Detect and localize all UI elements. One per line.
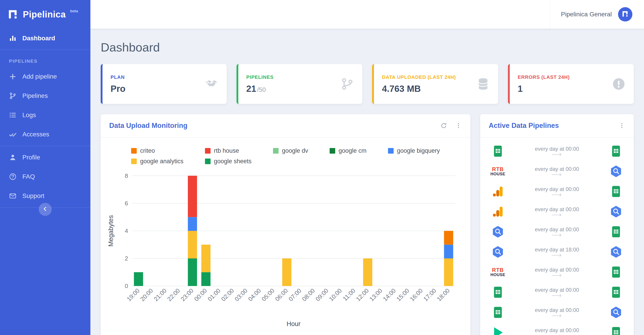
- arrow-right-icon: [551, 314, 563, 318]
- sidebar-item-pipelines[interactable]: Pipelines: [0, 86, 90, 106]
- pipeline-schedule-block: every day at 00:00: [506, 166, 608, 177]
- svg-text:23:00: 23:00: [180, 287, 195, 302]
- arrow-right-icon: [551, 334, 563, 335]
- legend-label: google analytics: [140, 158, 184, 165]
- pipeline-row[interactable]: every day at 00:00: [490, 302, 624, 322]
- legend-item-google-dv[interactable]: google dv: [273, 147, 308, 154]
- pipelines-card-title: Active Data Pipelines: [489, 122, 559, 130]
- legend-item-google-sheets[interactable]: google sheets: [205, 158, 252, 165]
- sidebar-item-label: FAQ: [22, 173, 35, 180]
- svg-text:02:00: 02:00: [220, 287, 235, 302]
- pipeline-schedule: every day at 00:00: [535, 327, 579, 333]
- sidebar-item-label: Pipelines: [22, 92, 48, 99]
- svg-text:09:00: 09:00: [314, 287, 330, 302]
- stats-row: PLAN Pro PIPELINES 21/50 DATA UPLOADED (…: [101, 64, 634, 104]
- user-icon: [9, 154, 16, 161]
- svg-text:08:00: 08:00: [301, 287, 316, 302]
- sidebar-item-add-pipeline[interactable]: Add pipeline: [0, 67, 90, 86]
- sidebar-item-label: Profile: [22, 154, 40, 161]
- google-sheets-icon: [608, 145, 624, 158]
- bigquery-icon: [608, 306, 624, 319]
- legend-swatch: [205, 148, 210, 154]
- account-avatar[interactable]: [618, 7, 632, 22]
- pipeline-schedule: every day at 00:00: [535, 206, 579, 212]
- pipeline-row[interactable]: every day at 00:00: [490, 282, 624, 302]
- stat-card-data-uploaded: DATA UPLOADED (LAST 24H) 4.763 MB: [372, 64, 498, 104]
- legend-item-criteo[interactable]: criteo: [131, 147, 184, 154]
- pipeline-schedule: every day at 18:00: [535, 246, 579, 253]
- sidebar-item-logs[interactable]: Logs: [0, 106, 90, 125]
- sidebar-nav: DashboardPIPELINESAdd pipelinePipelinesL…: [0, 29, 90, 208]
- svg-text:12:00: 12:00: [355, 287, 370, 302]
- svg-text:18:00: 18:00: [436, 287, 451, 302]
- pipeline-row[interactable]: every day at 00:00: [490, 322, 624, 335]
- sidebar-item-profile[interactable]: Profile: [0, 148, 90, 167]
- pipeline-row[interactable]: every day at 00:00: [490, 222, 624, 242]
- sidebar-item-dashboard[interactable]: Dashboard: [0, 29, 90, 48]
- legend-label: google dv: [282, 147, 308, 154]
- pipelines-card-actions: [618, 122, 625, 129]
- pipelinica-logo-icon: [7, 9, 19, 20]
- google-sheets-icon: [608, 326, 624, 335]
- sidebar-section-label: PIPELINES: [0, 52, 90, 67]
- stat-label: DATA UPLOADED (LAST 24H): [382, 74, 456, 80]
- pipeline-row[interactable]: RTBHOUSE every day at 00:00: [490, 262, 624, 282]
- mail-icon: [9, 192, 16, 200]
- svg-text:19:00: 19:00: [126, 287, 141, 302]
- page-content: Dashboard PLAN Pro PIPELINES 21/50 DATA …: [90, 29, 644, 335]
- pipeline-row[interactable]: every day at 18:00: [490, 242, 624, 262]
- legend-item-google-analytics[interactable]: google analytics: [131, 158, 184, 165]
- pipelinica-logo-icon: [622, 10, 629, 19]
- svg-text:6: 6: [125, 200, 128, 207]
- svg-text:14:00: 14:00: [382, 287, 397, 302]
- kebab-menu-icon[interactable]: [455, 122, 462, 129]
- google-sheets-icon: [608, 225, 624, 238]
- stat-label: ERRORS (LAST 24H): [518, 74, 570, 80]
- refresh-icon[interactable]: [440, 122, 447, 129]
- pipeline-row[interactable]: every day at 00:00: [490, 181, 624, 202]
- svg-text:0: 0: [125, 283, 128, 289]
- svg-text:15:00: 15:00: [395, 287, 410, 302]
- pipeline-schedule-block: every day at 18:00: [506, 246, 608, 257]
- legend-item-google-cm[interactable]: google cm: [330, 147, 366, 154]
- svg-text:04:00: 04:00: [247, 287, 262, 302]
- sidebar-item-faq[interactable]: FAQ: [0, 167, 90, 186]
- sidebar-collapse-button[interactable]: [39, 203, 52, 216]
- dashboard-icon: [9, 35, 16, 42]
- legend-item-rtb-house[interactable]: rtb house: [205, 147, 252, 154]
- legend-swatch: [131, 148, 137, 154]
- bigquery-icon: [608, 245, 624, 258]
- pipeline-schedule-block: every day at 00:00: [506, 267, 608, 277]
- svg-text:07:00: 07:00: [287, 287, 302, 302]
- rtb-house-icon: RTBHOUSE: [490, 267, 506, 277]
- account-menu[interactable]: Pipelinica General: [550, 0, 632, 29]
- google-analytics-icon: [490, 205, 506, 218]
- google-sheets-icon: [608, 286, 624, 299]
- kebab-menu-icon[interactable]: [618, 122, 625, 129]
- checks-icon: [9, 131, 16, 138]
- sidebar-item-accesses[interactable]: Accesses: [0, 125, 90, 144]
- legend-item-google-bigquery[interactable]: google bigquery: [388, 147, 440, 154]
- stat-value-suffix: /50: [257, 86, 266, 93]
- svg-text:16:00: 16:00: [408, 287, 424, 302]
- sidebar: Pipelinica beta DashboardPIPELINESAdd pi…: [0, 0, 90, 335]
- pipeline-row[interactable]: RTBHOUSE every day at 00:00: [490, 161, 624, 181]
- bar-chart: 0246819:0020:0021:0022:0023:0000:0001:00…: [101, 166, 470, 335]
- legend-label: google cm: [338, 147, 366, 154]
- pipelines-card: Active Data Pipelines every day at 00:00…: [480, 114, 634, 335]
- pipeline-row[interactable]: every day at 00:00: [490, 202, 624, 222]
- rtb-house-icon: RTBHOUSE: [490, 166, 506, 176]
- arrow-right-icon: [551, 173, 563, 177]
- pipeline-row[interactable]: every day at 00:00: [490, 141, 624, 161]
- legend-label: rtb house: [214, 147, 239, 154]
- pipeline-schedule: every day at 00:00: [535, 166, 579, 172]
- plus-icon: [9, 73, 16, 80]
- pipeline-schedule-block: every day at 00:00: [506, 186, 608, 197]
- pipeline-schedule: every day at 00:00: [535, 226, 579, 233]
- legend-swatch: [330, 148, 335, 154]
- logo[interactable]: Pipelinica beta: [0, 0, 90, 29]
- pipeline-schedule-block: every day at 00:00: [506, 307, 608, 318]
- legend-swatch: [131, 159, 137, 164]
- pipeline-schedule-block: every day at 00:00: [506, 327, 608, 335]
- logo-text: Pipelinica: [23, 10, 66, 20]
